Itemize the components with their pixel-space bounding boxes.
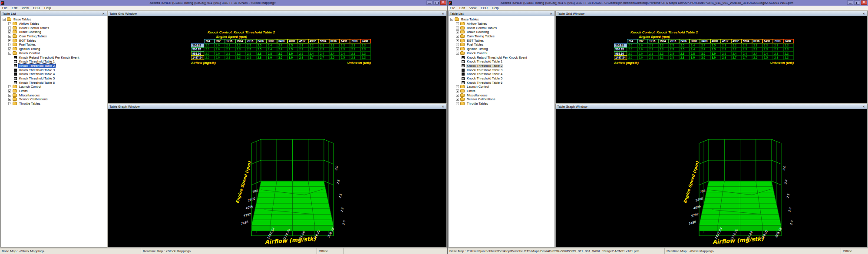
tree-item-cam-timing-tables[interactable]: Cam Timing Tables	[449, 34, 554, 39]
expand-icon[interactable]	[456, 43, 459, 46]
menu-help[interactable]: Help	[42, 6, 53, 10]
tree-item-launch-control[interactable]: Launch Control	[1, 85, 107, 89]
column-header[interactable]: 7488	[360, 39, 371, 43]
tree-item-base-tables[interactable]: Base Tables	[1, 17, 107, 22]
value-cell[interactable]: 2.4	[731, 52, 742, 56]
expand-icon[interactable]	[8, 35, 11, 38]
column-header[interactable]: 992	[215, 39, 225, 43]
expand-icon[interactable]	[8, 89, 11, 92]
tree-item-launch-control[interactable]: Launch Control	[449, 85, 554, 89]
value-cell[interactable]: 3.0	[277, 52, 287, 56]
value-cell[interactable]: 2.3	[742, 47, 752, 52]
expand-icon[interactable]	[8, 102, 11, 105]
close-button[interactable]	[861, 0, 867, 5]
titlebar[interactable]: AccessTUNER (COBB Tuning (SoCal)) 911 S …	[448, 0, 868, 6]
column-header[interactable]: 1216	[648, 39, 658, 43]
column-header[interactable]: 704	[627, 39, 637, 43]
tree-item-boost-control-tables[interactable]: Boost Control Tables	[449, 26, 554, 30]
menu-help[interactable]: Help	[490, 6, 501, 10]
value-cell[interactable]: 2.4	[762, 52, 773, 56]
expand-icon[interactable]	[456, 98, 459, 101]
column-header[interactable]: 704	[204, 39, 215, 43]
menu-ecu[interactable]: ECU	[31, 6, 42, 10]
value-cell[interactable]: 2.3	[235, 43, 246, 48]
value-cell[interactable]: 2.1	[648, 56, 658, 60]
close-button[interactable]	[440, 0, 446, 5]
value-cell[interactable]: 2.5	[287, 47, 298, 52]
value-cell[interactable]: 2.3	[319, 47, 329, 52]
value-cell[interactable]: 2.3	[721, 47, 731, 52]
value-cell[interactable]: 2.3	[783, 56, 794, 60]
value-cell[interactable]: 2.7	[731, 56, 742, 60]
value-cell[interactable]: 2.0	[215, 47, 225, 52]
value-cell[interactable]: 2.3	[319, 43, 329, 48]
value-cell[interactable]: 3.0	[277, 56, 287, 60]
row-header[interactable]: 206.18	[614, 43, 627, 48]
value-cell[interactable]: 2.5	[256, 47, 267, 52]
value-cell[interactable]: 2.9	[721, 56, 731, 60]
value-cell[interactable]: 2.0	[627, 47, 637, 52]
value-cell[interactable]: 3.0	[710, 56, 721, 60]
value-cell[interactable]: 3.0	[267, 56, 277, 60]
value-cell[interactable]: 2.3	[762, 43, 773, 48]
column-header[interactable]: 4000	[287, 39, 298, 43]
value-cell[interactable]: 2.1	[648, 47, 658, 52]
value-cell[interactable]: 2.8	[690, 52, 700, 56]
value-cell[interactable]: 2.3	[658, 52, 669, 56]
value-cell[interactable]: 3.0	[710, 52, 721, 56]
menu-view[interactable]: View	[467, 6, 479, 10]
menu-file[interactable]: File	[448, 6, 457, 10]
value-cell[interactable]: 2.5	[246, 52, 256, 56]
value-cell[interactable]: 2.3	[329, 47, 340, 52]
expand-icon[interactable]	[456, 89, 459, 92]
value-cell[interactable]: 2.4	[329, 52, 340, 56]
value-cell[interactable]: 2.3	[658, 47, 669, 52]
column-header[interactable]: 3008	[690, 39, 700, 43]
tree-item-knock-threshold-table-2[interactable]: Knock Threshold Table 2	[449, 64, 554, 68]
value-cell[interactable]: 2.3	[752, 43, 762, 48]
value-cell[interactable]: 2.3	[298, 47, 308, 52]
value-cell[interactable]: 2.5	[340, 56, 350, 60]
tree-item-limits[interactable]: Limits	[1, 89, 107, 93]
tree-item-airflow-tables[interactable]: Airflow Tables	[449, 22, 554, 26]
tree-item-throttle-tables[interactable]: Throttle Tables	[1, 102, 107, 106]
tree-item-knock-retard-threshold-per-knock-event[interactable]: Knock Retard Threshold Per Knock Event	[449, 55, 554, 59]
expand-icon[interactable]	[8, 39, 11, 42]
value-cell[interactable]: 2.0	[215, 52, 225, 56]
value-cell[interactable]: 2.4	[690, 43, 700, 48]
value-cell[interactable]: 2.4	[308, 52, 319, 56]
expand-icon[interactable]	[8, 47, 11, 50]
tree-item-cam-timing-tables[interactable]: Cam Timing Tables	[1, 34, 107, 39]
tree-item-boost-control-tables[interactable]: Boost Control Tables	[1, 26, 107, 30]
value-cell[interactable]: 2.3	[773, 47, 783, 52]
value-cell[interactable]: 2.0	[627, 56, 637, 60]
expand-icon[interactable]	[8, 30, 11, 33]
tree-item-knock-control[interactable]: Knock Control	[1, 51, 107, 56]
value-cell[interactable]: 2.3	[762, 47, 773, 52]
value-cell[interactable]: 2.5	[721, 52, 731, 56]
value-cell[interactable]: 2.0	[204, 47, 215, 52]
expand-icon[interactable]	[456, 94, 459, 97]
expand-icon[interactable]	[456, 35, 459, 38]
column-header[interactable]: 6496	[762, 39, 773, 43]
value-cell[interactable]: 2.4	[700, 47, 710, 52]
value-cell[interactable]: 2.3	[235, 56, 246, 60]
expand-icon[interactable]	[8, 85, 11, 88]
value-cell[interactable]: 3.0	[700, 52, 710, 56]
tree-item-miscellaneous[interactable]: Miscellaneous	[1, 93, 107, 97]
menu-edit[interactable]: Edit	[10, 6, 20, 10]
row-header[interactable]: 1497.54	[614, 56, 627, 60]
titlebar[interactable]: AccessTUNER (COBB Tuning (SoCal)) 911 (9…	[0, 0, 447, 6]
column-header[interactable]: 3488	[700, 39, 710, 43]
tree-item-ignition-timing[interactable]: Ignition Timing	[449, 47, 554, 51]
expand-icon[interactable]	[8, 26, 11, 30]
value-cell[interactable]: 2.3	[658, 43, 669, 48]
tree-item-knock-threshold-table-4[interactable]: Knock Threshold Table 4	[449, 72, 554, 76]
value-cell[interactable]: 2.0	[204, 43, 215, 48]
expand-icon[interactable]	[456, 85, 459, 88]
row-header[interactable]: 998.36	[191, 52, 204, 56]
tree-item-base-tables[interactable]: Base Tables	[449, 17, 554, 22]
value-cell[interactable]: 2.1	[225, 56, 235, 60]
value-cell[interactable]: 3.0	[287, 56, 298, 60]
value-cell[interactable]: 2.4	[700, 43, 710, 48]
